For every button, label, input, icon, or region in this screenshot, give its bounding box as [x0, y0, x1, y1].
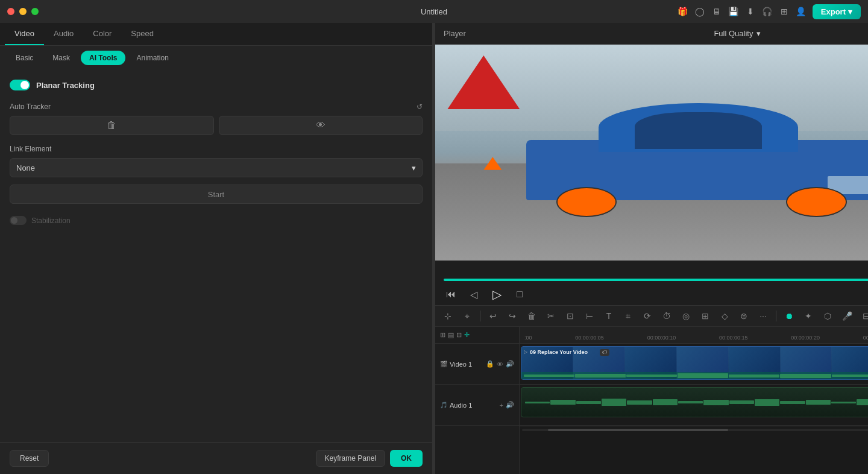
- video-track-timeline[interactable]: ▷ 09 Replace Your Video 🏷: [520, 344, 868, 385]
- crop-btn[interactable]: ⌗: [620, 308, 636, 324]
- aw-2: [550, 400, 575, 405]
- aw-10: [755, 399, 779, 406]
- progress-bar[interactable]: [444, 279, 868, 281]
- window-title: Untitled: [421, 7, 447, 16]
- stop-button[interactable]: □: [512, 287, 527, 302]
- effects-btn[interactable]: ✦: [800, 308, 816, 324]
- skip-back-button[interactable]: ⏮: [444, 287, 458, 302]
- ruler-mark-1: 00:00:00:05: [575, 335, 604, 341]
- detect-btn[interactable]: ◎: [678, 308, 694, 324]
- fit-btn[interactable]: ⊞: [697, 308, 713, 324]
- keyframe-panel-button[interactable]: Keyframe Panel: [316, 450, 385, 467]
- save-icon[interactable]: 💾: [728, 6, 739, 17]
- gift-icon[interactable]: 🎁: [678, 6, 688, 17]
- ok-button[interactable]: OK: [390, 450, 423, 467]
- video-volume-icon[interactable]: 🔊: [506, 360, 514, 368]
- adjust-btn[interactable]: ⊜: [736, 308, 752, 324]
- video-eye-icon[interactable]: 👁: [497, 361, 503, 368]
- tracker-eye-btn[interactable]: 👁: [219, 116, 423, 135]
- video-clip[interactable]: ▷ 09 Replace Your Video 🏷: [521, 346, 868, 380]
- cut-btn[interactable]: ✂: [543, 308, 559, 324]
- mic-btn[interactable]: 🎤: [839, 308, 855, 324]
- audio-track-name: Audio 1: [450, 402, 497, 409]
- link-element-dropdown[interactable]: None ▾: [10, 158, 423, 177]
- quality-chevron-icon: ▾: [756, 29, 761, 38]
- layers-btn[interactable]: ⊟: [858, 308, 868, 324]
- video-track-controls: 🎬 Video 1 🔒 👁 🔊: [435, 344, 519, 385]
- ruler-mark-2: 00:00:00:10: [647, 335, 676, 341]
- clip-audio-strip: [521, 372, 868, 379]
- tab-audio[interactable]: Audio: [44, 23, 83, 45]
- planar-tracking-toggle[interactable]: [10, 80, 30, 90]
- tracker-delete-btn[interactable]: 🗑: [10, 116, 214, 135]
- aw-14: [857, 399, 868, 405]
- redo-btn[interactable]: ↪: [505, 308, 520, 324]
- razor-tool[interactable]: ⌖: [459, 308, 475, 324]
- play-button[interactable]: ▷: [489, 287, 504, 302]
- track-area: ⊞ ▤ ⊟ ✛ 🎬 Video 1 🔒 👁 🔊: [435, 327, 868, 474]
- text-btn[interactable]: T: [601, 308, 617, 324]
- player-quality-selector[interactable]: Full Quality ▾: [714, 29, 761, 38]
- panel-tabs: Video Audio Color Speed: [0, 23, 432, 46]
- ellipsis-btn[interactable]: ···: [755, 308, 771, 324]
- trash-icon: 🗑: [107, 120, 116, 131]
- audio-clip[interactable]: [521, 387, 868, 417]
- transform-btn[interactable]: ⟳: [640, 308, 655, 324]
- subtab-aitools[interactable]: AI Tools: [81, 51, 125, 65]
- timeline-toolbar: ⊹ ⌖ ↩ ↪ 🗑 ✂ ⊡ ⊢ T ⌗ ⟳ ⏱ ◎ ⊞ ◇ ⊜ ··· ⏺: [435, 306, 868, 327]
- add-compound[interactable]: ⊟: [456, 331, 462, 339]
- download-icon[interactable]: ⬇: [745, 6, 756, 17]
- close-button[interactable]: [7, 8, 14, 15]
- maximize-button[interactable]: [31, 8, 39, 15]
- scroll-thumb[interactable]: [548, 429, 729, 431]
- shield-btn[interactable]: ⬡: [820, 308, 835, 324]
- circle-icon[interactable]: ◯: [694, 6, 705, 17]
- step-back-button[interactable]: ◁: [467, 287, 481, 302]
- right-panel: Player Full Quality ▾ ⊟ ⤢: [435, 23, 868, 474]
- select-tool[interactable]: ⊹: [440, 308, 456, 324]
- subtab-basic[interactable]: Basic: [7, 51, 42, 65]
- wa-1: [524, 374, 574, 377]
- layout-icon[interactable]: ⊞: [779, 6, 790, 17]
- tab-color[interactable]: Color: [83, 23, 121, 45]
- minimize-button[interactable]: [19, 8, 27, 15]
- wa-4: [678, 373, 728, 378]
- chevron-down-icon: ▾: [412, 163, 416, 172]
- progress-area: 00:00:01:05 / 00:00:01:22: [435, 261, 868, 283]
- reset-button[interactable]: Reset: [10, 450, 49, 467]
- tab-speed[interactable]: Speed: [121, 23, 163, 45]
- aw-6: [653, 399, 678, 405]
- scroll-track[interactable]: [522, 429, 868, 431]
- add-caption-track[interactable]: ▤: [448, 331, 454, 339]
- player-controls: ⏮ ◁ ▷ □ { } ◁| |▷ 📷 🔊 ⚙: [435, 283, 868, 305]
- refresh-icon[interactable]: ↺: [417, 103, 423, 111]
- start-button[interactable]: Start: [10, 185, 423, 204]
- audio-volume-icon[interactable]: 🔊: [506, 401, 514, 409]
- add-video-track[interactable]: ⊞: [440, 331, 445, 339]
- left-panel: Video Audio Color Speed Basic Mask AI To…: [0, 23, 433, 474]
- delete-btn[interactable]: 🗑: [524, 308, 539, 324]
- audio-track-timeline[interactable]: [520, 385, 868, 426]
- timeline-ruler: :00 00:00:00:05 00:00:00:10 00:00:00:15 …: [520, 327, 868, 344]
- video-lock-icon[interactable]: 🔒: [486, 360, 494, 368]
- split-btn[interactable]: ⊢: [582, 308, 597, 324]
- avatar-icon[interactable]: 👤: [796, 6, 807, 17]
- timer-btn[interactable]: ⏱: [659, 308, 675, 324]
- add-main-track[interactable]: ✛: [464, 331, 470, 339]
- trim-btn[interactable]: ⊡: [562, 308, 578, 324]
- export-button[interactable]: Export ▾: [813, 4, 861, 19]
- color-btn[interactable]: ◇: [717, 308, 732, 324]
- stabilization-toggle[interactable]: [10, 216, 27, 225]
- undo-btn[interactable]: ↩: [485, 308, 501, 324]
- headphone-icon[interactable]: 🎧: [762, 6, 773, 17]
- tab-video[interactable]: Video: [5, 23, 44, 45]
- subtab-mask[interactable]: Mask: [44, 51, 78, 65]
- monitor-icon[interactable]: 🖥: [711, 6, 722, 17]
- ruler-mark-0: :00: [524, 335, 532, 341]
- record-btn[interactable]: ⏺: [781, 308, 797, 324]
- stabilization-label: Stabilization: [31, 216, 71, 225]
- audio-add-icon[interactable]: +: [500, 402, 503, 409]
- subtab-animation[interactable]: Animation: [128, 51, 177, 65]
- panel-content: Planar Tracking Auto Tracker ↺ 🗑 👁 Link …: [0, 70, 432, 442]
- track-left-controls: ⊞ ▤ ⊟ ✛ 🎬 Video 1 🔒 👁 🔊: [435, 327, 520, 474]
